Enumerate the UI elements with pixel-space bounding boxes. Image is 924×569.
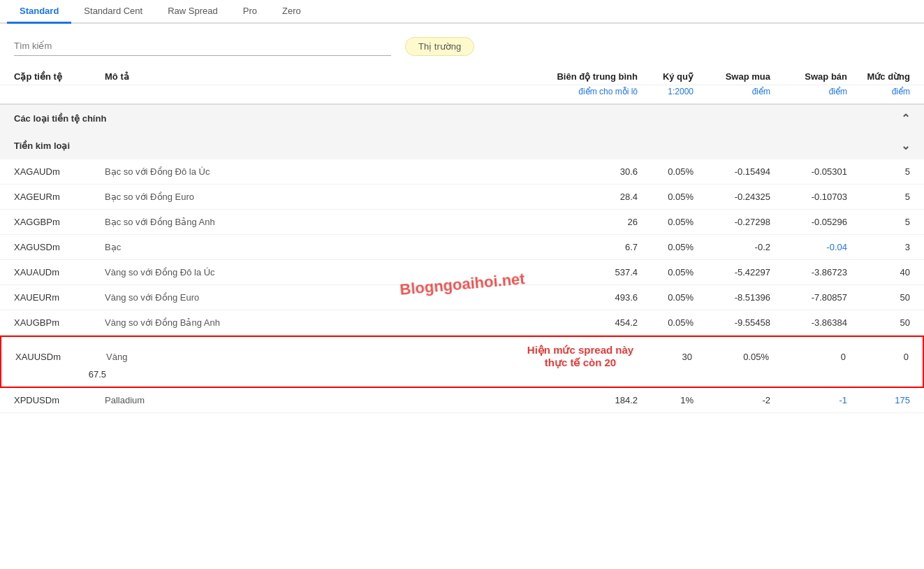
cell-swap-buy: -0.27298 xyxy=(694,217,770,227)
cell-swap-buy: 0 xyxy=(769,352,846,362)
cell-stop: 175 xyxy=(847,395,910,405)
cell-spread: 537.4 xyxy=(526,267,638,278)
cell-swap-sell: -3.86723 xyxy=(770,267,847,278)
chevron-up-icon: ⌃ xyxy=(901,112,910,125)
market-button[interactable]: Thị trường xyxy=(405,37,474,56)
section-main-currencies[interactable]: Các loại tiền tệ chính ⌃ xyxy=(0,105,924,132)
cell-spread: 26 xyxy=(526,217,638,227)
cell-symbol: XAGEURm xyxy=(14,192,105,202)
cell-symbol: XAUEURm xyxy=(14,292,105,303)
search-filter-row: Thị trường xyxy=(0,24,924,63)
cell-spread: 28.4 xyxy=(526,192,638,202)
tab-standard-cent[interactable]: Standard Cent xyxy=(71,0,155,24)
cell-margin: 0.05% xyxy=(638,217,694,227)
cell-stop: 5 xyxy=(847,217,910,227)
cell-swap-sell: 0 xyxy=(846,352,909,362)
subheader-margin: 1:2000 xyxy=(638,87,694,96)
chevron-down-icon: ⌄ xyxy=(901,139,910,152)
table-subheader: điểm cho mỗi lô 1:2000 điểm điểm điểm xyxy=(0,85,924,105)
col-header-pair: Cặp tiền tệ xyxy=(14,71,105,82)
cell-swap-sell: -0.05301 xyxy=(770,166,847,177)
cell-swap-sell: -1 xyxy=(770,395,847,405)
table-row: XAUEURmVàng so với Đồng Euro493.60.05%-8… xyxy=(0,285,924,310)
cell-desc: Bạc so với Đồng Đô la Úc xyxy=(105,166,526,177)
table-row: XAUAUDmVàng so với Đồng Đô la Úc537.40.0… xyxy=(0,260,924,285)
cell-spread: 493.6 xyxy=(526,292,638,303)
table-row: XAGGBPmBạc so với Đồng Bảng Anh260.05%-0… xyxy=(0,210,924,235)
tab-raw-spread[interactable]: Raw Spread xyxy=(155,0,230,24)
table-row: XAUGBPmVàng so với Đồng Bảng Anh454.20.0… xyxy=(0,310,924,336)
search-input[interactable] xyxy=(14,36,391,56)
cell-highlight-text: Hiện mức spread này thực tế còn 20 xyxy=(525,344,636,369)
cell-margin: 0.05% xyxy=(638,317,694,328)
tab-pro[interactable]: Pro xyxy=(230,0,270,24)
col-header-spread: Biên độ trung bình xyxy=(526,71,638,82)
cell-margin: 1% xyxy=(638,395,694,405)
cell-stop: 67.5 xyxy=(15,369,106,380)
cell-swap-buy: -2 xyxy=(694,395,770,405)
table-row: XPDUSDmPalladium184.21%-2-1175 xyxy=(0,388,924,413)
tab-standard[interactable]: Standard xyxy=(7,0,71,24)
cell-swap-sell: -0.10703 xyxy=(770,192,847,202)
table-row: XAGUSDmBạc6.70.05%-0.2-0.043 xyxy=(0,235,924,260)
subheader-swap-sell: điểm xyxy=(770,87,847,96)
cell-symbol: XAGAUDm xyxy=(14,166,105,177)
cell-desc: Bạc so với Đồng Bảng Anh xyxy=(105,217,526,227)
cell-margin: 0.05% xyxy=(638,292,694,303)
cell-stop: 40 xyxy=(847,267,910,278)
cell-desc: Palladium xyxy=(105,395,526,405)
section-main-currencies-label: Các loại tiền tệ chính xyxy=(14,113,106,124)
table-row: XAUUSDmVàngHiện mức spread này thực tế c… xyxy=(0,336,924,388)
cell-swap-buy: -0.24325 xyxy=(694,192,770,202)
cell-margin: 0.05% xyxy=(638,267,694,278)
section-metals-label: Tiền kim loại xyxy=(14,141,70,151)
cell-margin: 0.05% xyxy=(638,192,694,202)
subheader-spread: điểm cho mỗi lô xyxy=(526,87,638,96)
cell-desc: Vàng so với Đồng Euro xyxy=(105,292,526,303)
cell-symbol: XAUAUDm xyxy=(14,267,105,278)
table-header: Cặp tiền tệ Mô tả Biên độ trung bình Ký … xyxy=(0,63,924,85)
subheader-swap-buy: điểm xyxy=(694,87,770,96)
col-header-swap-sell: Swap bán xyxy=(770,71,847,82)
cell-desc: Bạc xyxy=(105,242,526,252)
table-row: XAGAUDmBạc so với Đồng Đô la Úc30.60.05%… xyxy=(0,159,924,185)
table-row: XAGEURmBạc so với Đồng Euro28.40.05%-0.2… xyxy=(0,185,924,210)
cell-swap-buy: -8.51396 xyxy=(694,292,770,303)
cell-swap-buy: -0.15494 xyxy=(694,166,770,177)
col-header-desc: Mô tả xyxy=(105,71,526,82)
tab-zero[interactable]: Zero xyxy=(270,0,314,24)
col-header-swap-buy: Swap mua xyxy=(694,71,770,82)
col-header-stop: Mức dừng xyxy=(847,71,910,82)
cell-spread: 30.6 xyxy=(526,166,638,177)
tabs-container: Standard Standard Cent Raw Spread Pro Ze… xyxy=(0,0,924,24)
cell-desc: Vàng so với Đồng Đô la Úc xyxy=(105,267,526,278)
cell-swap-sell: -3.86384 xyxy=(770,317,847,328)
cell-symbol: XAGGBPm xyxy=(14,217,105,227)
cell-symbol: XAGUSDm xyxy=(14,242,105,252)
cell-stop: 50 xyxy=(847,317,910,328)
cell-spread: 6.7 xyxy=(526,242,638,252)
cell-stop: 3 xyxy=(847,242,910,252)
section-metals[interactable]: Tiền kim loại ⌄ xyxy=(0,132,924,159)
cell-swap-buy: -9.55458 xyxy=(694,317,770,328)
cell-spread: 454.2 xyxy=(526,317,638,328)
cell-swap-buy: -0.2 xyxy=(694,242,770,252)
cell-desc: Bạc so với Đồng Euro xyxy=(105,192,526,202)
cell-swap-sell: -7.80857 xyxy=(770,292,847,303)
cell-stop: 50 xyxy=(847,292,910,303)
cell-stop: 5 xyxy=(847,192,910,202)
cell-spread: 184.2 xyxy=(526,395,638,405)
subheader-stop: điểm xyxy=(847,87,910,96)
cell-swap-sell: -0.04 xyxy=(770,242,847,252)
cell-stop: 5 xyxy=(847,166,910,177)
cell-swap-sell: -0.05296 xyxy=(770,217,847,227)
cell-desc: Vàng xyxy=(106,352,525,362)
cell-spread: 30 xyxy=(636,352,692,362)
cell-margin: 0.05% xyxy=(638,242,694,252)
cell-symbol: XAUUSDm xyxy=(15,352,106,362)
cell-margin: 0.05% xyxy=(692,352,769,362)
cell-swap-buy: -5.42297 xyxy=(694,267,770,278)
col-header-margin: Ký quỹ xyxy=(638,71,694,82)
cell-symbol: XAUGBPm xyxy=(14,317,105,328)
cell-margin: 0.05% xyxy=(638,166,694,177)
